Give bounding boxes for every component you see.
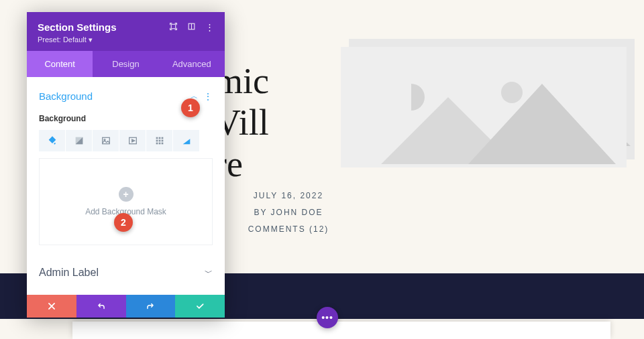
svg-rect-20 [156,140,158,142]
svg-marker-26 [182,139,190,144]
bg-tab-video[interactable] [119,130,146,151]
svg-rect-8 [171,24,176,29]
bg-tab-pattern[interactable] [146,130,173,151]
image-icon [101,135,111,146]
article-date: JULY 16, 2022 [221,188,356,204]
kebab-menu-icon[interactable]: ⋮ [205,22,214,33]
bg-tab-image[interactable] [93,130,119,151]
add-section-fab[interactable]: ••• [317,307,338,328]
svg-rect-18 [158,137,160,139]
paint-bucket-icon [47,135,58,146]
close-icon [47,301,56,311]
svg-rect-19 [161,137,163,139]
tab-content[interactable]: Content [27,51,93,77]
bg-tab-color[interactable] [39,130,66,151]
svg-rect-17 [156,137,158,139]
article-comments: COMMENTS (12) [221,221,356,238]
background-type-tabs [39,130,213,151]
section-kebab-icon[interactable]: ⋮ [203,91,213,102]
undo-button[interactable] [76,295,126,318]
svg-point-7 [501,82,523,103]
snap-icon[interactable] [187,22,196,33]
bg-tab-mask[interactable] [173,130,200,151]
panel-title: Section Settings [38,21,117,33]
chevron-down-icon: ﹀ [205,267,213,279]
image-placeholder-front [341,47,627,167]
save-button[interactable] [175,295,225,318]
panel-tabs: Content Design Advanced [27,51,225,77]
add-icon[interactable]: + [119,187,133,202]
panel-footer [27,295,225,318]
preset-dropdown[interactable]: Preset: Default ▾ [38,36,214,44]
background-mask-dropzone[interactable]: + Add Background Mask [39,158,213,245]
svg-rect-22 [161,140,163,142]
annotation-badge-1: 1 [181,98,200,117]
video-icon [127,135,138,146]
undo-icon [97,301,106,311]
svg-rect-25 [161,143,163,145]
article-meta: JULY 16, 2022 BY JOHN DOE COMMENTS (12) [221,188,356,239]
gradient-icon [74,135,85,146]
svg-rect-13 [102,137,109,143]
cancel-button[interactable] [27,295,76,318]
svg-marker-16 [131,139,134,142]
expand-icon[interactable] [169,22,178,33]
svg-rect-23 [156,143,158,145]
mask-icon [181,135,192,146]
svg-rect-24 [158,143,160,145]
tab-advanced[interactable]: Advanced [159,51,225,77]
bg-tab-gradient[interactable] [66,130,93,151]
section-settings-panel: Section Settings ⋮ Preset: Default ▾ Con… [27,12,225,318]
check-icon [195,301,205,311]
redo-icon [146,301,155,311]
admin-label-section[interactable]: Admin Label ﹀ [39,259,213,289]
admin-label-heading: Admin Label [39,267,99,279]
white-card-section [72,322,610,339]
annotation-badge-2: 2 [114,213,133,232]
background-heading: Background [39,90,93,102]
article-title-fragment: mic Vill re [215,60,282,185]
article-author: BY JOHN DOE [221,204,356,221]
pattern-icon [154,135,165,146]
panel-header[interactable]: Section Settings ⋮ Preset: Default ▾ [27,12,225,51]
redo-button[interactable] [126,295,176,318]
svg-rect-21 [158,140,160,142]
tab-design[interactable]: Design [93,51,158,77]
